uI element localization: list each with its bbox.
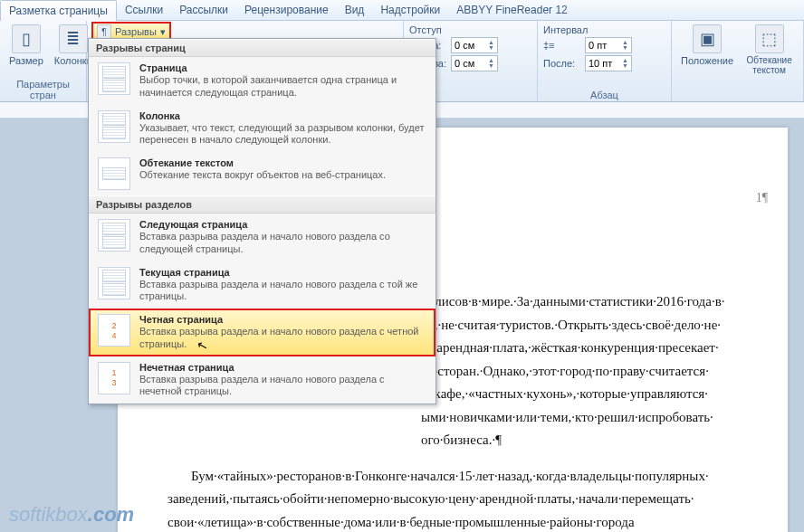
section-next-page[interactable]: Следующая страницаВставка разрыва раздел… — [89, 214, 436, 261]
section-current-title: Текущая страница — [139, 267, 426, 278]
section-even-page[interactable]: 24 Четная страницаВставка разрыва раздел… — [89, 309, 436, 356]
tab-addins[interactable]: Надстройки — [372, 0, 448, 20]
section-next-icon — [98, 219, 130, 252]
indent-left-input[interactable]: 0 см▲▼ — [451, 37, 498, 53]
section-current-desc: Вставка разрыва раздела и начало нового … — [139, 279, 426, 304]
spacing-before-input[interactable]: 0 пт▲▼ — [585, 37, 632, 53]
page-size-icon: ▯ — [12, 24, 41, 53]
tab-mailings[interactable]: Рассылки — [171, 0, 236, 20]
tab-abbyy[interactable]: ABBYY FineReader 12 — [448, 0, 576, 20]
break-text-wrap[interactable]: Обтекание текстомОбтекание текста вокруг… — [89, 152, 436, 195]
tab-links[interactable]: Ссылки — [117, 0, 171, 20]
spacing-after-label: После: — [543, 58, 581, 69]
section-next-title: Следующая страница — [139, 219, 426, 230]
breaks-icon: ¶ — [97, 24, 111, 39]
doc-paragraph-2: Бум·«тайных»·ресторанов·в·Гонконге·начал… — [168, 465, 761, 533]
break-page-icon — [98, 62, 130, 95]
section-odd-icon: 13 — [98, 362, 130, 394]
break-textwrap-icon — [98, 157, 130, 190]
spacing-title: Интервал — [543, 24, 588, 35]
break-column-title: Колонка — [139, 110, 426, 121]
tab-view[interactable]: Вид — [337, 0, 373, 20]
tab-page-layout[interactable]: Разметка страницы — [0, 0, 117, 21]
columns-icon: ≣ — [59, 24, 88, 53]
text-wrap-label: Обтекание текстом — [744, 55, 794, 75]
page-number-mark: 1¶ — [756, 191, 768, 205]
break-page-title: Страница — [139, 62, 426, 73]
spacing-after-input[interactable]: 10 пт▲▼ — [585, 55, 632, 71]
group-paragraph-label: Абзац — [543, 89, 665, 100]
section-odd-desc: Вставка разрыва раздела и начало нового … — [139, 374, 426, 399]
break-textwrap-desc: Обтекание текста вокруг объектов на веб-… — [139, 169, 426, 182]
position-label: Положение — [681, 55, 733, 66]
break-textwrap-title: Обтекание текстом — [139, 157, 426, 168]
position-button[interactable]: ▣ Положение — [677, 23, 737, 68]
section-odd-page[interactable]: 13 Нечетная страницаВставка разрыва разд… — [89, 356, 436, 404]
section-even-desc: Вставка разрыва раздела и начало нового … — [139, 326, 426, 351]
breaks-label: Разрывы — [115, 26, 157, 37]
section-current-page[interactable]: Текущая страницаВставка разрыва раздела … — [89, 261, 436, 309]
indent-title: Отступ — [409, 24, 442, 35]
watermark: softikbox.com — [9, 503, 134, 527]
size-button[interactable]: ▯ Размер — [5, 23, 47, 68]
doc-paragraph-1: полисов·в·мире.·За·данными·статистики·20… — [421, 290, 761, 452]
break-page-desc: Выбор точки, в которой заканчивается одн… — [139, 74, 426, 100]
spacing-before-label: ‡≡ — [543, 40, 581, 51]
group-page-setup-label: Параметры стран — [5, 78, 81, 100]
section-even-icon: 24 — [98, 314, 130, 347]
section-even-title: Четная страница — [139, 314, 426, 325]
chevron-down-icon: ▾ — [160, 26, 166, 38]
breaks-header-pages: Разрывы страниц — [89, 39, 436, 57]
section-current-icon — [98, 267, 130, 299]
text-wrap-button[interactable]: ⬚ Обтекание текстом — [741, 23, 798, 77]
break-column-icon — [98, 110, 130, 143]
breaks-header-sections: Разрывы разделов — [89, 195, 436, 214]
position-icon: ▣ — [693, 24, 722, 53]
break-column[interactable]: КолонкаУказывает, что текст, следующий з… — [89, 105, 436, 153]
break-column-desc: Указывает, что текст, следующий за разры… — [139, 122, 426, 147]
breaks-dropdown: Разрывы страниц СтраницаВыбор точки, в к… — [88, 38, 436, 404]
size-label: Размер — [9, 55, 43, 66]
tab-review[interactable]: Рецензирование — [236, 0, 337, 20]
indent-right-input[interactable]: 0 см▲▼ — [451, 55, 498, 71]
break-page[interactable]: СтраницаВыбор точки, в которой заканчива… — [89, 57, 436, 105]
section-next-desc: Вставка разрыва раздела и начало нового … — [139, 231, 426, 256]
text-wrap-icon: ⬚ — [755, 24, 784, 53]
ribbon-tabs: Разметка страницы Ссылки Рассылки Реценз… — [0, 0, 804, 21]
section-odd-title: Нечетная страница — [139, 362, 426, 373]
